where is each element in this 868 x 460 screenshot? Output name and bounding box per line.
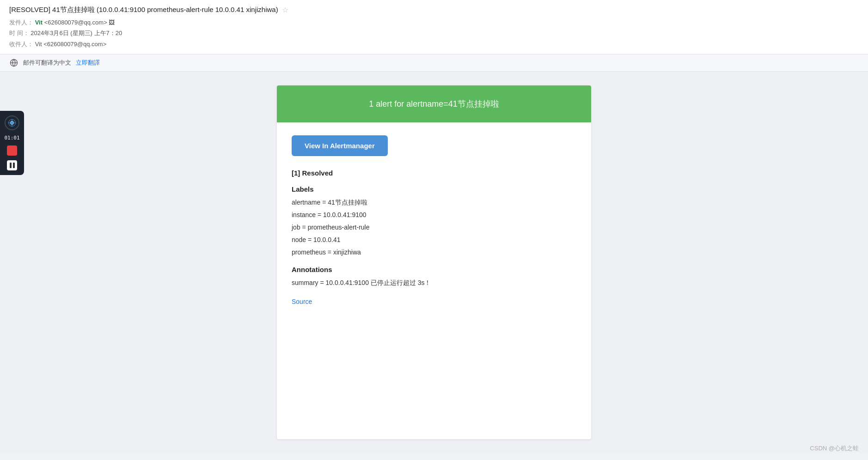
annotations-section-title: Annotations <box>292 266 576 273</box>
label-row: job = prometheus-alert-rule <box>292 223 576 232</box>
recording-logo <box>5 115 19 130</box>
pause-bar-right <box>13 163 15 168</box>
time-value: 2024年3月6日 (星期三) 上午7：20 <box>31 30 122 36</box>
sender-email: <626080079@qq.com> <box>44 19 107 26</box>
email-header: [RESOLVED] 41节点挂掉啦 (10.0.0.41:9100 prome… <box>0 0 868 54</box>
recording-pause-button[interactable] <box>7 160 17 170</box>
watermark: CSDN @心机之蛙 <box>810 444 859 453</box>
from-icon: 🖼 <box>109 19 115 26</box>
to-row: 收件人： Vit <626080079@qq.com> <box>9 39 859 49</box>
from-label: 发件人： <box>9 19 33 26</box>
svg-point-0 <box>11 121 14 125</box>
label-row: alertname = 41节点挂掉啦 <box>292 198 576 207</box>
translation-text: 邮件可翻译为中文 <box>23 59 71 67</box>
email-body: 1 alert for alertname=41节点挂掉啦 View In Al… <box>0 72 868 453</box>
source-link[interactable]: Source <box>292 298 312 305</box>
email-subject-line: [RESOLVED] 41节点挂掉啦 (10.0.0.41:9100 prome… <box>9 6 859 14</box>
recording-timer: 01:01 <box>4 135 19 141</box>
recording-widget: 01:01 <box>0 111 24 175</box>
label-row: prometheus = xinjizhiwa <box>292 248 576 257</box>
time-label: 时 间： <box>9 30 29 36</box>
alert-banner: 1 alert for alertname=41节点挂掉啦 <box>277 85 591 122</box>
email-meta: 发件人： Vit <626080079@qq.com> 🖼 时 间： 2024年… <box>9 17 859 49</box>
recording-stop-button[interactable] <box>7 145 17 156</box>
translate-link[interactable]: 立即翻譯 <box>76 59 100 67</box>
to-label: 收件人： <box>9 41 33 48</box>
star-icon[interactable]: ☆ <box>282 6 288 14</box>
annotation-row: summary = 10.0.0.41:9100 已停止运行超过 3s！ <box>292 278 576 288</box>
labels-section-title: Labels <box>292 185 576 193</box>
alert-banner-text: 1 alert for alertname=41节点挂掉啦 <box>369 99 499 109</box>
to-value: Vit <626080079@qq.com> <box>35 41 107 48</box>
email-content: 1 alert for alertname=41节点挂掉啦 View In Al… <box>277 85 591 439</box>
translate-icon <box>9 58 18 67</box>
from-row: 发件人： Vit <626080079@qq.com> 🖼 <box>9 17 859 28</box>
subject-text: [RESOLVED] 41节点挂掉啦 (10.0.0.41:9100 prome… <box>9 6 278 14</box>
translation-bar: 邮件可翻译为中文 立即翻譯 <box>0 54 868 72</box>
labels-container: alertname = 41节点挂掉啦instance = 10.0.0.41:… <box>292 198 576 257</box>
label-row: instance = 10.0.0.41:9100 <box>292 210 576 220</box>
view-alertmanager-button[interactable]: View In Alertmanager <box>292 135 388 156</box>
annotations-container: summary = 10.0.0.41:9100 已停止运行超过 3s！ <box>292 278 576 288</box>
label-row: node = 10.0.0.41 <box>292 235 576 245</box>
sender-name: Vit <box>35 19 43 26</box>
pause-bar-left <box>10 163 12 168</box>
resolved-title: [1] Resolved <box>292 169 576 177</box>
time-row: 时 间： 2024年3月6日 (星期三) 上午7：20 <box>9 28 859 38</box>
content-body: View In Alertmanager [1] Resolved Labels… <box>277 122 591 324</box>
